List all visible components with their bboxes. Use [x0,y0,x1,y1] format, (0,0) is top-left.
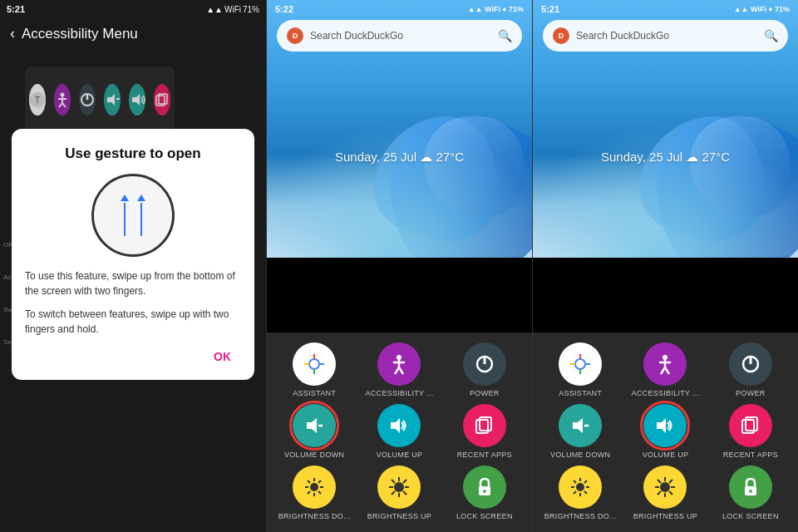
svg-line-45 [392,491,395,495]
status-icons-2: ▲▲ WiFi ♦ 71% [468,5,524,13]
acc-item-bright-up-2[interactable]: BRIGHTNESS UP [362,466,436,520]
search-text-2: Search DuckDuckGo [310,30,491,42]
svg-point-62 [576,483,584,491]
battery-2: 71% [509,5,524,13]
acc-item-lock-2[interactable]: LOCK SCREEN [448,466,521,520]
accessibility-label-2: ACCESSIBILITY ... [366,389,434,397]
bright-down-label-3: BRIGHTNESS DO... [544,512,617,520]
gesture-illustration [91,174,175,257]
preview-icon-vol-up [129,84,145,116]
line-right [140,203,142,236]
lock-label-2: LOCK SCREEN [456,512,513,520]
battery-3: 71% [775,5,790,13]
svg-line-68 [584,491,587,494]
svg-marker-9 [107,94,115,106]
swirl-3-1 [657,116,798,258]
voldown-label-2: VOLUME DOWN [284,451,344,459]
acc-item-voldown-2[interactable]: VOLUME DOWN [278,404,351,459]
acc-item-voldown-3[interactable]: VOLUME DOWN [544,404,617,459]
svg-line-36 [308,491,310,494]
bright-up-label-2: BRIGHTNESS UP [367,512,431,520]
acc-item-volup-2[interactable]: VOLUME UP [362,404,436,459]
search-bar-2[interactable]: D Search DuckDuckGo 🔍 [277,20,522,52]
svg-point-16 [397,355,401,360]
svg-line-53 [661,367,665,374]
power-label-2: POWER [470,389,500,397]
acc-item-assistant-3[interactable]: ASSISTANT [544,342,617,397]
svg-line-42 [392,480,395,483]
acc-item-recent-3[interactable]: RECENT APPS [714,404,787,459]
search-magnifier-3: 🔍 [764,29,778,42]
volume-up-icon-2 [377,404,421,447]
panel-accessibility-menu: 5:21 ▲▲ WiFi 71% ‹ Accessibility Menu T [0,0,266,532]
acc-item-recent-2[interactable]: RECENT APPS [448,404,521,459]
svg-text:T: T [35,96,40,105]
svg-marker-23 [307,418,317,433]
svg-line-54 [665,367,669,374]
voldown-label-3: VOLUME DOWN [550,451,610,459]
preview-icon-vol-down [104,84,121,116]
svg-line-6 [62,103,66,107]
swirl-2 [374,116,499,241]
search-bar-3[interactable]: D Search DuckDuckGo 🔍 [543,20,788,52]
gesture-arrows [120,195,146,236]
acc-row-3-2: VOLUME DOWN VOLUME UP RECENT APPS [538,404,793,459]
power-label-3: POWER [736,389,766,397]
power-icon-3 [729,342,772,386]
swirl-3 [424,116,524,216]
acc-item-bright-up-3[interactable]: BRIGHTNESS UP [628,466,702,520]
assistant-label-3: ASSISTANT [559,389,602,397]
dialog-ok-button[interactable]: OK [204,345,241,368]
svg-line-35 [318,480,321,483]
battery-text: 71% [243,5,259,14]
dialog-text-2: To switch between features, swipe up wit… [25,307,241,337]
page-title: Accessibility Menu [22,26,138,42]
acc-item-assistant-2[interactable]: ASSISTANT [278,342,351,397]
preview-icon-acc [54,84,71,116]
dialog-text-1: To use this feature, swipe up from the b… [25,268,241,298]
bright-up-label-3: BRIGHTNESS UP [633,512,697,520]
acc-item-bright-down-2[interactable]: BRIGHTNESS DO... [278,466,351,520]
time-1: 5:21 [7,4,25,14]
recent-apps-icon-3 [729,404,772,447]
bright-down-label-2: BRIGHTNESS DO... [278,512,351,520]
svg-line-43 [403,491,406,495]
brightness-down-icon-2 [293,466,336,509]
date-text-3: Sunday, 25 Jul ☁ 27°C [601,150,730,164]
volup-label-2: VOLUME UP [377,451,423,459]
lock-screen-icon-3 [729,466,772,509]
svg-line-67 [574,480,576,483]
acc-item-accessibility-3[interactable]: ACCESSIBILITY ... [628,342,702,397]
volume-down-icon-3 [559,404,602,447]
panel-volume-up: 5:21 ▲▲ WiFi ♦ 71% D Search DuckDuckGo 🔍… [532,0,798,532]
assistant-icon-2 [293,342,336,386]
duckduckgo-icon-3: D [553,27,569,44]
svg-line-77 [669,491,672,495]
acc-item-bright-down-3[interactable]: BRIGHTNESS DO... [544,466,617,520]
power-icon-2 [463,342,506,386]
acc-item-volup-3[interactable]: VOLUME UP [628,404,702,459]
back-arrow[interactable]: ‹ [10,25,15,42]
acc-row-2-1: ASSISTANT ACCESSIBILITY ... POWER [272,342,527,397]
recent-label-3: RECENT APPS [723,451,778,459]
svg-line-76 [658,480,661,483]
date-widget-3: Sunday, 25 Jul ☁ 27°C [533,150,798,165]
menu-preview: T [25,66,175,133]
svg-marker-59 [657,418,666,433]
accessibility-icon-3 [643,342,687,386]
acc-item-power-3[interactable]: POWER [714,342,787,397]
svg-line-33 [308,480,310,483]
search-magnifier-2: 🔍 [498,29,512,42]
acc-item-lock-3[interactable]: LOCK SCREEN [714,466,787,520]
preview-icon-t: T [29,84,46,116]
acc-item-power-2[interactable]: POWER [448,342,521,397]
signal-icon: ▲▲ [206,5,223,14]
preview-icon-power [79,84,96,116]
dialog-btn-row: OK [25,345,241,368]
wifi-icon: WiFi [224,5,241,14]
acc-item-accessibility-2[interactable]: ACCESSIBILITY ... [362,342,436,397]
gesture-dialog: Use gesture to open To use this feature,… [12,129,254,380]
line-left [124,203,126,236]
assistant-label-2: ASSISTANT [293,389,336,397]
svg-line-69 [584,480,587,483]
